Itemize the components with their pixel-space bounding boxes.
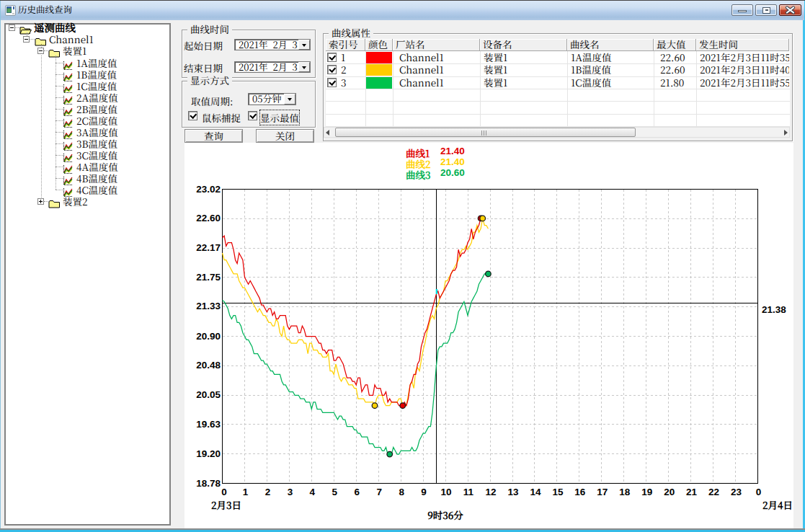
svg-text:2: 2 (265, 487, 271, 497)
svg-text:1: 1 (243, 487, 249, 497)
svg-text:2月3日: 2月3日 (211, 497, 241, 512)
svg-text:13: 13 (507, 487, 519, 497)
svg-text:18.78: 18.78 (196, 478, 221, 489)
svg-text:22: 22 (708, 487, 719, 497)
svg-text:20.90: 20.90 (196, 331, 221, 342)
svg-text:9: 9 (421, 487, 427, 497)
svg-text:21.38: 21.38 (762, 304, 786, 315)
svg-text:20.48: 20.48 (196, 360, 221, 371)
svg-text:0: 0 (221, 487, 227, 497)
svg-text:19.20: 19.20 (196, 448, 221, 459)
svg-text:21.75: 21.75 (196, 272, 221, 283)
svg-text:20.05: 20.05 (196, 389, 221, 400)
svg-text:14: 14 (530, 487, 541, 497)
svg-text:23.02: 23.02 (196, 184, 221, 195)
svg-text:21: 21 (686, 487, 698, 497)
svg-text:23: 23 (731, 487, 742, 497)
svg-text:2月4日: 2月4日 (762, 497, 793, 512)
svg-text:7: 7 (376, 487, 382, 497)
svg-text:16: 16 (574, 487, 586, 497)
svg-text:19.63: 19.63 (196, 419, 221, 430)
svg-text:17: 17 (597, 487, 608, 497)
svg-text:19: 19 (641, 487, 652, 497)
svg-text:6: 6 (354, 487, 360, 497)
svg-text:22.17: 22.17 (196, 242, 221, 253)
svg-text:3: 3 (288, 487, 293, 497)
svg-text:5: 5 (332, 487, 338, 497)
svg-text:20: 20 (664, 487, 675, 497)
svg-text:15: 15 (552, 487, 564, 497)
svg-text:9时36分: 9时36分 (427, 507, 463, 522)
svg-text:10: 10 (441, 487, 452, 497)
svg-text:22.60: 22.60 (196, 213, 221, 223)
svg-text:21.33: 21.33 (196, 301, 221, 311)
svg-text:4: 4 (310, 487, 316, 497)
svg-text:12: 12 (485, 487, 496, 497)
svg-text:11: 11 (463, 487, 474, 497)
svg-text:0: 0 (756, 487, 762, 497)
svg-text:18: 18 (619, 487, 631, 497)
svg-text:8: 8 (399, 487, 404, 497)
